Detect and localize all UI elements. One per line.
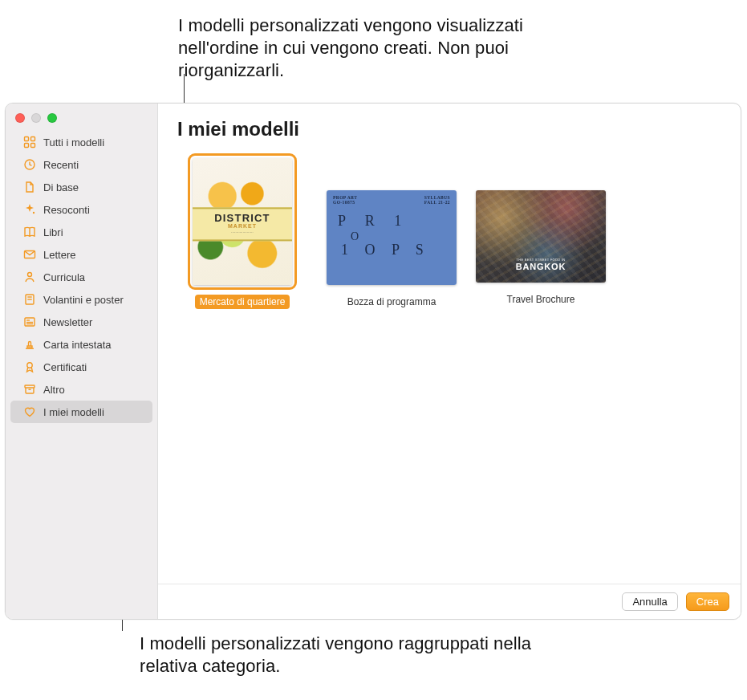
- sidebar-item-label: Lettere: [43, 249, 141, 261]
- svg-rect-1: [31, 137, 35, 141]
- sidebar-item-label: Di base: [43, 181, 141, 193]
- close-window-button[interactable]: [15, 113, 25, 123]
- thumb-header-right: SYLLABUS FALL 21-22: [424, 195, 450, 205]
- template-chooser-window: Tutti i modelli Recenti Di base Resocont…: [5, 103, 741, 620]
- sparkle-icon: [23, 203, 36, 216]
- template-item-district-market[interactable]: DISTRICT MARKET ····················· Me…: [177, 158, 307, 309]
- sidebar: Tutti i modelli Recenti Di base Resocont…: [6, 104, 158, 619]
- sidebar-item-label: Tutti i modelli: [43, 136, 141, 149]
- sidebar-item-reports[interactable]: Resoconti: [10, 198, 152, 221]
- heart-icon: [23, 405, 36, 418]
- sidebar-item-stationery[interactable]: Carta intestata: [10, 333, 152, 356]
- template-thumbnail: PROP ART GO-10875 SYLLABUS FALL 21-22 P …: [327, 190, 457, 285]
- sidebar-item-label: Curricula: [43, 271, 141, 283]
- svg-point-7: [28, 273, 32, 277]
- person-icon: [23, 271, 36, 283]
- grid-icon: [23, 136, 36, 149]
- svg-point-5: [33, 212, 35, 214]
- thumb-title: DISTRICT: [193, 212, 292, 224]
- stamp-icon: [23, 338, 36, 351]
- sidebar-item-other[interactable]: Altro: [10, 378, 152, 401]
- templates-grid: DISTRICT MARKET ····················· Me…: [177, 158, 721, 309]
- svg-rect-0: [25, 137, 29, 141]
- window-controls: [6, 110, 157, 131]
- svg-point-16: [27, 363, 32, 368]
- sidebar-item-basic[interactable]: Di base: [10, 176, 152, 198]
- zoom-window-button[interactable]: [47, 113, 57, 123]
- svg-rect-3: [31, 144, 35, 148]
- envelope-icon: [23, 248, 36, 261]
- sidebar-item-label: Newsletter: [43, 316, 141, 328]
- sidebar-item-label: Altro: [43, 384, 141, 396]
- template-item-syllabus[interactable]: PROP ART GO-10875 SYLLABUS FALL 21-22 P …: [327, 158, 457, 309]
- sidebar-item-label: Libri: [43, 226, 141, 238]
- main-panel: I miei modelli DISTRICT MARKET ·········…: [158, 104, 741, 619]
- sidebar-item-resumes[interactable]: Curricula: [10, 266, 152, 288]
- template-label: Mercato di quartiere: [195, 295, 290, 309]
- newspaper-icon: [23, 315, 36, 328]
- thumb-word-row: 1 O P S: [341, 242, 430, 258]
- svg-rect-17: [25, 385, 35, 388]
- template-label: Bozza di programma: [343, 295, 441, 309]
- sidebar-item-label: Certificati: [43, 361, 141, 373]
- archivebox-icon: [23, 383, 36, 396]
- thumb-word-row: P R 1: [338, 213, 409, 230]
- sidebar-item-letters[interactable]: Lettere: [10, 243, 152, 266]
- template-item-travel-brochure[interactable]: THE BEST STREET FOOD IN BANGKOK Travel B…: [476, 158, 606, 307]
- page-title: I miei modelli: [177, 118, 721, 140]
- sidebar-item-label: I miei modelli: [43, 406, 141, 418]
- callout-text-top: I modelli personalizzati vengono visuali…: [178, 14, 579, 82]
- sidebar-item-newsletters[interactable]: Newsletter: [10, 311, 152, 333]
- callout-text-bottom: I modelli personalizzati vengono raggrup…: [140, 633, 541, 678]
- poster-icon: [23, 293, 36, 306]
- sidebar-item-recents[interactable]: Recenti: [10, 153, 152, 176]
- sidebar-item-label: Volantini e poster: [43, 294, 141, 306]
- sidebar-item-label: Recenti: [43, 159, 141, 171]
- book-icon: [23, 226, 36, 238]
- sidebar-item-label: Carta intestata: [43, 339, 141, 351]
- clock-icon: [23, 158, 36, 171]
- template-thumbnail: DISTRICT MARKET ·····················: [193, 158, 292, 285]
- thumb-title: BANGKOK: [516, 262, 566, 271]
- template-label: Travel Brochure: [502, 292, 580, 307]
- cancel-button[interactable]: Annulla: [622, 592, 677, 611]
- thumb-tagline: THE BEST STREET FOOD IN: [516, 258, 566, 262]
- svg-rect-2: [25, 144, 29, 148]
- template-thumbnail: THE BEST STREET FOOD IN BANGKOK: [476, 190, 606, 283]
- sidebar-item-all-templates[interactable]: Tutti i modelli: [10, 131, 152, 153]
- create-button[interactable]: Crea: [686, 592, 729, 611]
- doc-icon: [23, 181, 36, 193]
- ribbon-icon: [23, 360, 36, 373]
- sidebar-item-certificates[interactable]: Certificati: [10, 356, 152, 378]
- minimize-window-button[interactable]: [31, 113, 41, 123]
- thumb-tagline: ·····················: [193, 230, 292, 234]
- sidebar-item-label: Resoconti: [43, 204, 141, 216]
- thumb-subtitle: MARKET: [193, 223, 292, 229]
- templates-area: I miei modelli DISTRICT MARKET ·········…: [158, 104, 741, 584]
- thumb-header-left: PROP ART GO-10875: [333, 195, 357, 205]
- dialog-footer: Annulla Crea: [158, 584, 741, 619]
- sidebar-item-my-templates[interactable]: I miei modelli: [10, 401, 152, 423]
- sidebar-item-flyers[interactable]: Volantini e poster: [10, 288, 152, 311]
- sidebar-item-books[interactable]: Libri: [10, 221, 152, 243]
